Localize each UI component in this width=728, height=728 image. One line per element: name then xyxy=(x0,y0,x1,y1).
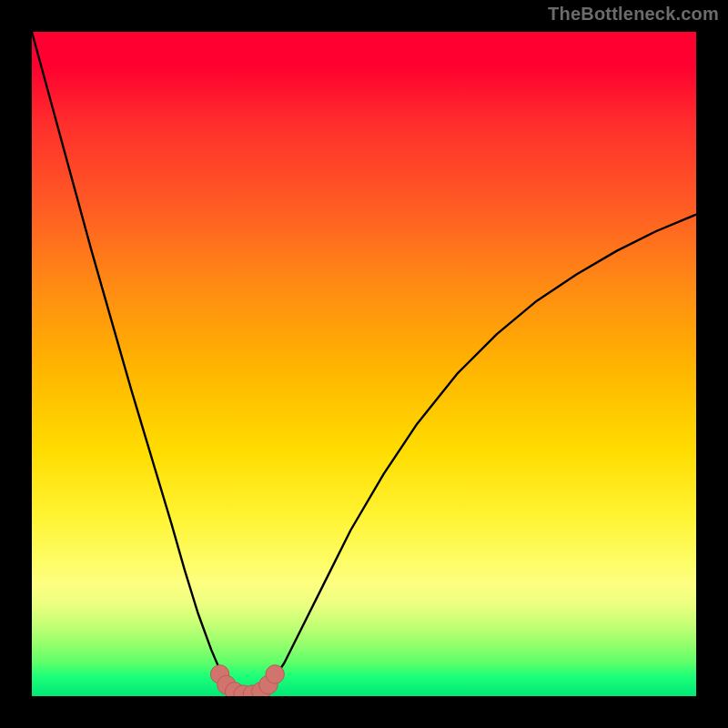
chart-svg xyxy=(32,32,696,696)
attribution-watermark: TheBottleneck.com xyxy=(548,4,719,25)
curve-lines xyxy=(32,32,696,696)
curve-right-curve xyxy=(261,215,696,693)
valley-marker-dot xyxy=(266,665,284,683)
chart-frame: TheBottleneck.com xyxy=(0,0,728,728)
valley-markers xyxy=(210,665,284,696)
curve-left-curve xyxy=(32,32,233,693)
plot-area xyxy=(32,32,696,696)
